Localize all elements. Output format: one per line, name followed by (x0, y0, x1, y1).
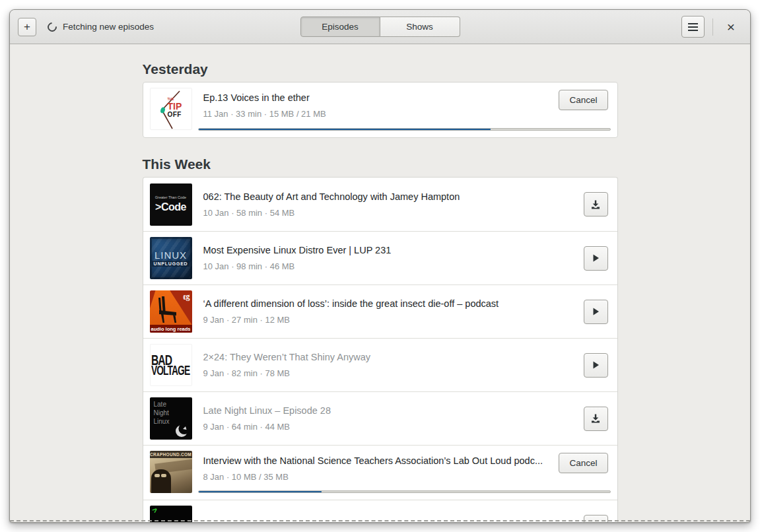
tab-episodes[interactable]: Episodes (300, 17, 380, 37)
play-button[interactable] (584, 246, 608, 271)
plus-icon: + (24, 21, 30, 32)
episode-meta: 9 Jan · 64 min · 44 MB (203, 420, 576, 433)
download-progressbar (198, 490, 611, 493)
episode-title: 062: The Beauty of Art and Technology wi… (203, 190, 576, 203)
episode-artwork-linux-unplugged: LINUX UNPLUGGED (150, 237, 192, 279)
episode-row[interactable]: Late Night Linux Late Night Linux – Epis… (143, 391, 617, 445)
episode-title: Most Expensive Linux Distro Ever | LUP 2… (203, 244, 576, 257)
episode-title: Late Night Linux – Episode 28 (203, 404, 576, 417)
scroll-undershoot-indicator (10, 520, 750, 521)
episode-title: 2×24: They Weren’t That Shiny Anyway (203, 350, 576, 364)
episode-meta: 10 Jan · 98 min · 46 MB (203, 260, 576, 273)
download-icon (590, 199, 601, 210)
chair-art (154, 296, 180, 323)
play-icon (591, 253, 600, 263)
portrait-silhouette (151, 469, 171, 493)
crescent-moon-icon (174, 422, 190, 438)
loading-spinner-icon (46, 20, 59, 34)
episode-artwork-late-night-linux: Late Night Linux (150, 397, 192, 440)
play-icon (591, 360, 600, 370)
glasses-shape (155, 474, 166, 477)
view-switcher: Episodes Shows (300, 17, 460, 37)
episode-artwork-greater-than-code: Greater Than Code >Code (150, 183, 192, 226)
episode-artwork-craphound: CRAPHOUND.COM (150, 451, 192, 493)
episode-title: ‘A different dimension of loss’: inside … (203, 297, 576, 310)
episode-title: Interview with the National Science Teac… (203, 454, 551, 467)
episode-artwork-audio-long-reads: ((g audio long reads (150, 290, 192, 333)
app-window: + Fetching new episodes Episodes Shows ×… (9, 9, 751, 523)
episode-artwork-bad-voltage: BAD VOLTAGE (150, 344, 192, 386)
section-title-this-week: This Week (143, 156, 618, 172)
download-button[interactable] (584, 515, 608, 523)
episode-meta: 9 Jan · 27 min · 12 MB (203, 314, 576, 326)
episode-row[interactable]: Greater Than Code >Code 062: The Beauty … (143, 178, 617, 231)
episode-list-this-week: Greater Than Code >Code 062: The Beauty … (143, 177, 618, 523)
glitch-pixels-shape (180, 521, 189, 523)
episode-row[interactable]: ((g audio long reads ‘A different dimens… (143, 284, 617, 338)
episode-row[interactable]: > JRL Bot or Not (143, 500, 617, 523)
download-icon (590, 413, 601, 424)
tab-shows[interactable]: Shows (380, 17, 460, 37)
episode-meta: 9 Jan · 82 min · 78 MB (203, 367, 576, 380)
play-icon (591, 307, 600, 316)
download-button[interactable] (584, 192, 608, 216)
header-separator (712, 18, 713, 36)
download-button[interactable] (584, 407, 608, 431)
play-button[interactable] (584, 300, 608, 324)
download-icon (590, 521, 601, 523)
episode-meta: 11 Jan · 33 min · 15 MB / 21 MB (203, 108, 551, 120)
episode-row[interactable]: THE TIP OFF Ep.13 Voices in the ether 11… (143, 83, 617, 137)
guardian-logo: ((g (183, 292, 190, 302)
status-text: Fetching new episodes (63, 22, 154, 32)
header-right-controls: × (681, 16, 742, 38)
close-button[interactable]: × (720, 16, 742, 38)
cancel-download-button[interactable]: Cancel (559, 453, 607, 473)
episode-artwork-tip-off: THE TIP OFF (150, 88, 192, 130)
cancel-download-button[interactable]: Cancel (559, 90, 607, 110)
section-title-yesterday: Yesterday (143, 61, 618, 77)
episodes-view: Yesterday THE TIP OFF (10, 44, 750, 523)
episode-meta: 10 Jan · 58 min · 54 MB (203, 207, 576, 219)
episode-row[interactable]: CRAPHOUND.COM Interview with the Nationa… (143, 445, 617, 500)
download-progressbar (198, 128, 611, 131)
menu-button[interactable] (681, 16, 705, 38)
episode-list-yesterday: THE TIP OFF Ep.13 Voices in the ether 11… (143, 82, 618, 138)
hamburger-icon (688, 26, 698, 28)
play-button[interactable] (584, 353, 608, 378)
header-bar: + Fetching new episodes Episodes Shows × (10, 10, 750, 44)
episode-row[interactable]: LINUX UNPLUGGED Most Expensive Linux Dis… (143, 231, 617, 284)
episode-title: Ep.13 Voices in the ether (203, 91, 551, 104)
green-chevron-shape: > (150, 506, 159, 515)
episode-meta: 8 Jan · 10 MB / 35 MB (203, 471, 551, 483)
episode-row[interactable]: BAD VOLTAGE 2×24: They Weren’t That Shin… (143, 338, 617, 391)
add-podcast-button[interactable]: + (18, 18, 36, 36)
